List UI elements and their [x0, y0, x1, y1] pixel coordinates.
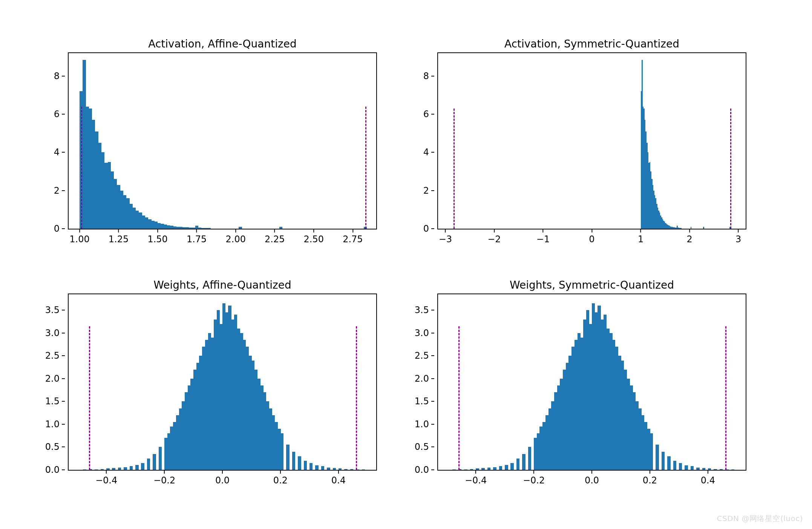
histogram-bar [167, 225, 170, 229]
panel-weights-symmetric: Weights, Symmetric-Quantized 0.00.51.01.… [422, 279, 761, 490]
x-tick-label: 0.2 [273, 475, 288, 486]
histogram-bar [95, 131, 98, 229]
y-tick-label: 0 [414, 223, 429, 234]
y-tick-label: 1.5 [414, 396, 429, 407]
y-tick: 1.0 [44, 419, 65, 430]
histogram-bar [83, 469, 86, 470]
charts-grid: Activation, Affine-Quantized 02468 1.001… [53, 38, 761, 490]
histogram-bar [155, 222, 158, 229]
y-tick: 2 [44, 185, 65, 196]
y-tick-label: 3.5 [414, 305, 429, 315]
x-tick: 1 [638, 229, 643, 245]
histogram-bar [101, 152, 104, 229]
plot-area: 02468 1.001.251.501.752.002.252.502.75 [68, 52, 377, 229]
plot-area: 0.00.51.01.52.02.53.03.5 −0.4−0.20.00.20… [437, 294, 746, 471]
x-tick: 0.0 [585, 471, 599, 486]
x-tick-label: 0.2 [643, 475, 657, 486]
histogram-bar [126, 198, 129, 229]
y-tick: 1.5 [44, 396, 65, 407]
histogram-bar [702, 468, 705, 470]
x-tick: −0.4 [465, 471, 487, 486]
y-tick-label: 2.5 [44, 350, 60, 361]
x-tick: 2.50 [304, 229, 324, 245]
quantization-bound-line [458, 326, 460, 470]
panel-activation-affine: Activation, Affine-Quantized 02468 1.001… [53, 38, 392, 249]
histogram-bar [280, 433, 283, 470]
y-tick-label: 8 [44, 71, 60, 81]
y-tick: 3.0 [414, 328, 434, 338]
histogram-bar [703, 227, 704, 229]
y-tick-label: 0.0 [44, 465, 60, 475]
y-tick-label: 3.0 [414, 328, 429, 338]
x-tick-label: 0 [589, 234, 594, 245]
y-tick: 3.0 [44, 328, 65, 338]
histogram-bar [327, 468, 330, 470]
y-tick-label: 0.5 [44, 442, 60, 452]
quantization-bound-line [81, 107, 82, 229]
chart-title: Activation, Symmetric-Quantized [504, 38, 679, 50]
x-tick-label: 2.00 [225, 234, 245, 245]
chart-title: Weights, Affine-Quantized [153, 279, 291, 291]
plot-area: 0.00.51.01.52.02.53.03.5 −0.4−0.20.00.20… [68, 294, 377, 471]
histogram-bar [239, 227, 242, 229]
histogram-bar [691, 227, 692, 229]
histogram-bar [123, 195, 126, 229]
x-tick: 0.2 [643, 471, 657, 486]
y-tick-label: 2.0 [414, 373, 429, 384]
histogram-bar [333, 468, 336, 470]
histogram-bar [714, 469, 717, 470]
x-tick-label: 1.50 [147, 234, 167, 245]
y-tick-label: 8 [414, 71, 429, 81]
x-tick-label: 0.4 [701, 475, 715, 486]
x-tick: 1.25 [109, 229, 129, 245]
histogram-bar [104, 163, 107, 229]
histogram-bar [696, 468, 699, 470]
histogram-bar [192, 228, 195, 229]
y-tick: 0.5 [44, 442, 65, 452]
histogram-bar [164, 225, 167, 229]
x-tick-label: 1.00 [69, 234, 89, 245]
histogram-bar [161, 224, 164, 229]
histogram-bar [493, 467, 496, 470]
histogram-bar [145, 217, 148, 229]
y-tick-label: 3.0 [44, 328, 60, 338]
y-tick: 0.5 [414, 442, 434, 452]
x-tick: 2.75 [343, 229, 363, 245]
chart-title: Activation, Affine-Quantized [148, 38, 296, 50]
histogram-bar [133, 208, 136, 229]
y-tick: 2.5 [44, 350, 65, 361]
y-tick-label: 4 [414, 147, 429, 157]
x-tick-label: 2 [686, 234, 692, 245]
panel-weights-affine: Weights, Affine-Quantized 0.00.51.01.52.… [53, 279, 392, 490]
histogram-bar [89, 109, 92, 229]
histogram-bar [176, 227, 179, 229]
x-tick: 1.00 [69, 229, 89, 245]
histogram-bar [179, 227, 182, 229]
chart-title: Weights, Symmetric-Quantized [510, 279, 674, 291]
histogram-bar [476, 468, 479, 470]
histogram-bar [315, 465, 318, 470]
x-tick-label: 1.75 [187, 234, 207, 245]
y-tick: 0.0 [44, 465, 65, 475]
y-tick-label: 1.5 [44, 396, 60, 407]
panel-activation-symmetric: Activation, Symmetric-Quantized 02468 −3… [422, 38, 761, 249]
histogram-bar [198, 228, 201, 229]
histogram-bar [108, 162, 111, 229]
histogram-bar [650, 433, 653, 470]
histogram-bar [153, 454, 156, 470]
histogram-bar [464, 469, 467, 470]
y-tick: 0 [414, 223, 434, 234]
histogram-bar [186, 227, 189, 229]
x-tick: 2.00 [225, 229, 245, 245]
y-tick: 4 [414, 147, 434, 157]
histogram-bar [124, 467, 127, 470]
x-tick-label: 2.50 [304, 234, 324, 245]
histogram-bar [136, 211, 139, 229]
histogram-bar [528, 447, 531, 470]
histogram-bar [321, 466, 324, 470]
y-tick-label: 0.5 [414, 442, 429, 452]
histogram-bar [662, 452, 665, 470]
x-axis: −3−2−10123 [438, 229, 746, 245]
y-tick-label: 2 [44, 185, 60, 196]
histogram-bars [438, 294, 746, 470]
